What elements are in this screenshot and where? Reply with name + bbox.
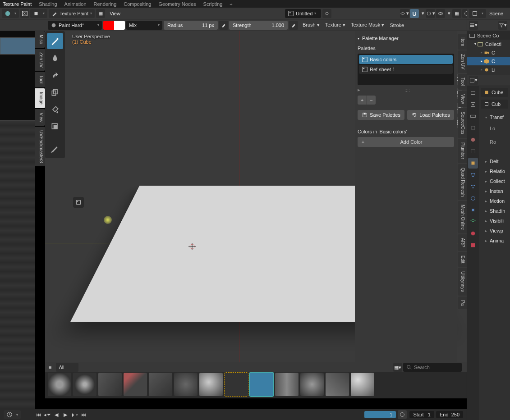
workspace-tab-rendering[interactable]: Rendering <box>94 1 117 7</box>
prop-motion[interactable]: ▸Motion <box>481 196 508 206</box>
brush-thumb[interactable] <box>73 373 96 396</box>
outliner-collection-row[interactable]: ▾ Collecti <box>467 40 510 48</box>
outliner-item-light[interactable]: ▸ Li <box>467 65 510 74</box>
image-selector[interactable]: Untitled▾ <box>285 9 321 18</box>
n-tab-plumber[interactable]: Plumber <box>458 139 467 163</box>
n-tab-pa[interactable]: Pa <box>458 297 467 309</box>
prop-instancing[interactable]: ▸Instan <box>481 186 508 196</box>
n-tab-zenuv[interactable]: Zen UV <box>458 50 467 73</box>
brush-thumb[interactable] <box>149 373 172 396</box>
asset-filter-dropdown[interactable]: All <box>56 363 78 372</box>
keyframe-prev-icon[interactable]: ◂⏷ <box>44 411 51 418</box>
asset-search[interactable]: Search <box>403 363 462 372</box>
properties-type-dropdown[interactable]: ▾ <box>469 76 478 85</box>
n-tab-ultik[interactable]: Ultikynnys <box>458 268 467 296</box>
side-tab-image[interactable]: Image <box>35 88 45 108</box>
prop-tab-constraint[interactable] <box>468 205 478 215</box>
auto-key-icon[interactable] <box>398 410 407 419</box>
secondary-color[interactable] <box>114 21 125 30</box>
outliner-filter-icon[interactable]: ▾ <box>498 21 507 30</box>
prop-transform-header[interactable]: ▾Transf <box>481 112 508 122</box>
palette-item-basic[interactable]: Basic colors <box>359 55 453 64</box>
prop-tab-object[interactable] <box>468 158 478 169</box>
tool-soften[interactable] <box>47 50 63 66</box>
primary-color[interactable] <box>103 21 114 30</box>
palette-item-ref[interactable]: Ref sheet 1 <box>359 65 453 74</box>
pivot-icon[interactable]: ▦ <box>96 9 105 18</box>
n-tab-meshonline[interactable]: Mesh Online <box>458 201 467 233</box>
tool-smear[interactable] <box>47 67 63 83</box>
mode-dropdown[interactable]: ▾ <box>30 9 47 18</box>
texture-mask-menu[interactable]: Texture Mask ▾ <box>351 22 384 28</box>
brush-thumb[interactable] <box>326 373 349 396</box>
prop-tab-modifier[interactable] <box>468 169 478 180</box>
image-editor-canvas[interactable] <box>0 120 35 409</box>
image-editor-thumb-1[interactable] <box>0 37 35 55</box>
prop-visibility[interactable]: ▸Visibili <box>481 216 508 226</box>
xray-toggle[interactable]: ▦ <box>452 9 461 18</box>
workspace-tab-geometry-nodes[interactable]: Geometry Nodes <box>158 1 196 7</box>
side-tab-view[interactable]: View <box>35 109 45 126</box>
prop-tab-collection[interactable] <box>468 146 478 157</box>
brush-menu[interactable]: Brush ▾ <box>303 22 320 28</box>
prop-tab-data[interactable] <box>468 216 478 227</box>
brush-thumb[interactable] <box>174 373 198 396</box>
asset-display-icon[interactable]: ▦▾ <box>393 363 402 372</box>
strength-field[interactable]: Strength1.000 <box>229 21 288 30</box>
workspace-tab-add[interactable]: + <box>230 1 232 7</box>
prop-tab-viewlayer[interactable] <box>468 111 478 122</box>
palette-scroll-left[interactable]: ▸ <box>358 87 360 93</box>
tool-mask[interactable] <box>47 119 63 135</box>
play-reverse-icon[interactable]: ◀ <box>53 411 60 418</box>
prop-anim[interactable]: ▸Anima <box>481 236 508 246</box>
palette-drag-handle[interactable]: :::: <box>404 87 410 93</box>
side-tab-uvpack[interactable]: UVPackmaster3 <box>35 127 45 166</box>
palette-add-button[interactable]: + <box>358 96 367 105</box>
n-tab-tool[interactable]: Tool <box>458 74 467 89</box>
jump-end-icon[interactable]: ⏭ <box>80 411 87 418</box>
n-tab-view[interactable]: View <box>458 91 467 108</box>
brush-thumb[interactable] <box>275 373 299 396</box>
jump-start-icon[interactable]: ⏮ <box>35 411 42 418</box>
uv-icon[interactable] <box>20 9 29 18</box>
prop-collections[interactable]: ▸Collect <box>481 176 508 186</box>
overlay-dropdown[interactable]: ▾ <box>400 9 409 18</box>
n-tab-arp[interactable]: ARP <box>458 234 467 251</box>
palette-remove-button[interactable]: − <box>367 96 376 105</box>
prop-viewport[interactable]: ▸Viewp <box>481 226 508 236</box>
prop-tab-world[interactable] <box>468 134 478 145</box>
interaction-mode[interactable]: Texture Paint▾ <box>49 9 95 18</box>
play-icon[interactable]: ▶ <box>62 411 69 418</box>
outliner-display-dropdown[interactable]: ▾ <box>469 21 478 30</box>
workspace-tab-compositing[interactable]: Compositing <box>124 1 151 7</box>
workspace-tab-texture-paint[interactable]: Texture Paint <box>3 1 32 7</box>
editor-type-dropdown[interactable]: ▾ <box>2 9 19 18</box>
load-palettes-button[interactable]: Load Palettes <box>407 110 454 120</box>
side-tab-zenuv[interactable]: Zen UV <box>35 49 45 71</box>
prop-tab-particle[interactable] <box>468 181 478 192</box>
strength-pressure-icon[interactable] <box>289 21 298 30</box>
side-tab-tool[interactable]: Tool <box>35 72 45 87</box>
brush-thumb[interactable] <box>199 373 223 396</box>
brush-thumb[interactable] <box>351 373 374 396</box>
outliner-scene-row[interactable]: Scene Co <box>467 31 510 40</box>
cube-data-selector[interactable]: Cub <box>481 100 508 109</box>
prop-tab-output[interactable] <box>468 99 478 110</box>
tool-clone[interactable] <box>47 84 63 100</box>
prop-relations[interactable]: ▸Relatio <box>481 166 508 176</box>
cube-object-selector[interactable]: Cube <box>481 88 508 97</box>
radius-field[interactable]: Radius11 px <box>164 21 218 30</box>
workspace-tab-shading[interactable]: Shading <box>39 1 57 7</box>
prop-tab-physics[interactable] <box>468 193 478 204</box>
texture-menu[interactable]: Texture ▾ <box>325 22 345 28</box>
brush-thumb[interactable] <box>124 373 147 396</box>
brush-thumb[interactable] <box>48 373 71 396</box>
workspace-tab-scripting[interactable]: Scripting <box>203 1 223 7</box>
prop-tab-texture[interactable] <box>468 240 478 251</box>
n-tab-item[interactable]: Item <box>458 34 467 50</box>
snap-toggle[interactable] <box>410 9 419 18</box>
gizmo-dropdown[interactable]: ▾ <box>426 9 435 18</box>
tool-draw[interactable] <box>47 33 63 49</box>
keyframe-next-icon[interactable]: ⏵▸ <box>71 411 78 418</box>
frame-end[interactable]: End 250 <box>436 411 463 418</box>
